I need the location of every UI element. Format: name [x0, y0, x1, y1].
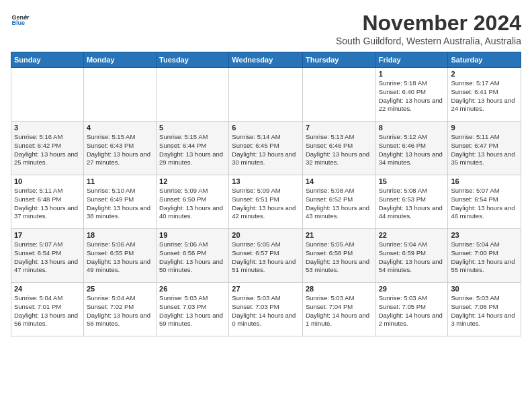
- calendar-week-row: 17Sunrise: 5:07 AM Sunset: 6:54 PM Dayli…: [11, 229, 521, 283]
- day-number: 3: [14, 124, 81, 132]
- day-number: 30: [451, 285, 518, 293]
- day-number: 26: [159, 285, 226, 293]
- calendar-day-cell: 16Sunrise: 5:07 AM Sunset: 6:54 PM Dayli…: [448, 175, 521, 229]
- calendar-day-cell: 6Sunrise: 5:14 AM Sunset: 6:45 PM Daylig…: [229, 122, 303, 175]
- calendar-day-cell: 2Sunrise: 5:17 AM Sunset: 6:41 PM Daylig…: [448, 68, 521, 122]
- calendar-day-cell: 29Sunrise: 5:03 AM Sunset: 7:05 PM Dayli…: [375, 283, 448, 336]
- day-info: Sunrise: 5:16 AM Sunset: 6:42 PM Dayligh…: [14, 133, 81, 167]
- calendar-day-cell: [302, 68, 375, 122]
- subtitle: South Guildford, Western Australia, Aust…: [336, 36, 521, 46]
- calendar-day-cell: 19Sunrise: 5:06 AM Sunset: 6:56 PM Dayli…: [157, 229, 229, 283]
- calendar-table: SundayMondayTuesdayWednesdayThursdayFrid…: [11, 52, 521, 336]
- calendar-day-cell: 11Sunrise: 5:10 AM Sunset: 6:49 PM Dayli…: [83, 175, 156, 229]
- day-info: Sunrise: 5:17 AM Sunset: 6:41 PM Dayligh…: [451, 79, 518, 113]
- day-number: 25: [87, 285, 153, 293]
- calendar-day-cell: 3Sunrise: 5:16 AM Sunset: 6:42 PM Daylig…: [11, 122, 84, 175]
- day-info: Sunrise: 5:12 AM Sunset: 6:46 PM Dayligh…: [379, 133, 445, 167]
- calendar-week-row: 1Sunrise: 5:18 AM Sunset: 6:40 PM Daylig…: [11, 68, 521, 122]
- day-info: Sunrise: 5:15 AM Sunset: 6:44 PM Dayligh…: [159, 133, 226, 167]
- day-info: Sunrise: 5:03 AM Sunset: 7:03 PM Dayligh…: [232, 294, 300, 328]
- day-number: 9: [451, 124, 518, 132]
- day-info: Sunrise: 5:07 AM Sunset: 6:54 PM Dayligh…: [14, 240, 81, 275]
- day-number: 18: [87, 231, 153, 239]
- day-info: Sunrise: 5:15 AM Sunset: 6:43 PM Dayligh…: [87, 133, 153, 167]
- calendar-day-cell: 25Sunrise: 5:04 AM Sunset: 7:02 PM Dayli…: [83, 283, 156, 336]
- calendar-header-row: SundayMondayTuesdayWednesdayThursdayFrid…: [11, 52, 521, 68]
- day-number: 21: [306, 231, 373, 239]
- calendar-day-cell: 27Sunrise: 5:03 AM Sunset: 7:03 PM Dayli…: [229, 283, 303, 336]
- logo-icon: General Blue: [11, 11, 30, 30]
- calendar-day-cell: 5Sunrise: 5:15 AM Sunset: 6:44 PM Daylig…: [157, 122, 229, 175]
- day-number: 24: [14, 285, 81, 293]
- day-number: 23: [451, 231, 518, 239]
- day-number: 29: [379, 285, 445, 293]
- calendar-day-cell: [83, 68, 156, 122]
- day-info: Sunrise: 5:09 AM Sunset: 6:51 PM Dayligh…: [232, 187, 300, 221]
- day-info: Sunrise: 5:07 AM Sunset: 6:54 PM Dayligh…: [451, 187, 518, 221]
- day-number: 12: [159, 177, 226, 185]
- day-number: 11: [87, 177, 153, 185]
- day-info: Sunrise: 5:10 AM Sunset: 6:49 PM Dayligh…: [87, 187, 153, 221]
- day-info: Sunrise: 5:08 AM Sunset: 6:53 PM Dayligh…: [379, 187, 445, 221]
- calendar-day-cell: [11, 68, 84, 122]
- calendar-day-cell: 17Sunrise: 5:07 AM Sunset: 6:54 PM Dayli…: [11, 229, 84, 283]
- calendar-day-cell: [157, 68, 229, 122]
- month-title: November 2024: [336, 11, 521, 36]
- day-number: 14: [306, 177, 373, 185]
- calendar-day-cell: 20Sunrise: 5:05 AM Sunset: 6:57 PM Dayli…: [229, 229, 303, 283]
- day-info: Sunrise: 5:11 AM Sunset: 6:47 PM Dayligh…: [451, 133, 518, 167]
- day-info: Sunrise: 5:04 AM Sunset: 7:02 PM Dayligh…: [87, 294, 153, 328]
- calendar-day-cell: 30Sunrise: 5:03 AM Sunset: 7:06 PM Dayli…: [448, 283, 521, 336]
- day-number: 6: [232, 124, 300, 132]
- day-info: Sunrise: 5:05 AM Sunset: 6:57 PM Dayligh…: [232, 240, 300, 275]
- day-number: 22: [379, 231, 445, 239]
- logo: General Blue: [11, 11, 30, 30]
- day-info: Sunrise: 5:08 AM Sunset: 6:52 PM Dayligh…: [306, 187, 373, 221]
- calendar-week-row: 3Sunrise: 5:16 AM Sunset: 6:42 PM Daylig…: [11, 122, 521, 175]
- calendar-day-cell: 4Sunrise: 5:15 AM Sunset: 6:43 PM Daylig…: [83, 122, 156, 175]
- day-info: Sunrise: 5:14 AM Sunset: 6:45 PM Dayligh…: [232, 133, 300, 167]
- calendar-day-cell: 12Sunrise: 5:09 AM Sunset: 6:50 PM Dayli…: [157, 175, 229, 229]
- calendar-header-cell: Monday: [83, 52, 156, 68]
- day-number: 17: [14, 231, 81, 239]
- calendar-day-cell: 26Sunrise: 5:03 AM Sunset: 7:03 PM Dayli…: [157, 283, 229, 336]
- calendar-day-cell: 23Sunrise: 5:04 AM Sunset: 7:00 PM Dayli…: [448, 229, 521, 283]
- day-number: 28: [306, 285, 373, 293]
- calendar-day-cell: 10Sunrise: 5:11 AM Sunset: 6:48 PM Dayli…: [11, 175, 84, 229]
- day-info: Sunrise: 5:13 AM Sunset: 6:46 PM Dayligh…: [306, 133, 373, 167]
- day-number: 16: [451, 177, 518, 185]
- calendar-header-cell: Sunday: [11, 52, 84, 68]
- day-number: 19: [159, 231, 226, 239]
- calendar-day-cell: 22Sunrise: 5:04 AM Sunset: 6:59 PM Dayli…: [375, 229, 448, 283]
- day-number: 7: [306, 124, 373, 132]
- day-info: Sunrise: 5:03 AM Sunset: 7:06 PM Dayligh…: [451, 294, 518, 328]
- calendar-day-cell: 24Sunrise: 5:04 AM Sunset: 7:01 PM Dayli…: [11, 283, 84, 336]
- day-number: 5: [159, 124, 226, 132]
- calendar-day-cell: 1Sunrise: 5:18 AM Sunset: 6:40 PM Daylig…: [375, 68, 448, 122]
- title-area: November 2024 South Guildford, Western A…: [336, 11, 521, 46]
- calendar-header-cell: Saturday: [448, 52, 521, 68]
- day-info: Sunrise: 5:04 AM Sunset: 6:59 PM Dayligh…: [379, 240, 445, 275]
- calendar-day-cell: 14Sunrise: 5:08 AM Sunset: 6:52 PM Dayli…: [302, 175, 375, 229]
- calendar-header-cell: Thursday: [302, 52, 375, 68]
- calendar-body: 1Sunrise: 5:18 AM Sunset: 6:40 PM Daylig…: [11, 68, 521, 336]
- day-number: 20: [232, 231, 300, 239]
- day-number: 13: [232, 177, 300, 185]
- day-info: Sunrise: 5:04 AM Sunset: 7:01 PM Dayligh…: [14, 294, 81, 328]
- calendar-day-cell: 13Sunrise: 5:09 AM Sunset: 6:51 PM Dayli…: [229, 175, 303, 229]
- calendar-day-cell: 8Sunrise: 5:12 AM Sunset: 6:46 PM Daylig…: [375, 122, 448, 175]
- day-number: 2: [451, 70, 518, 78]
- calendar-day-cell: 15Sunrise: 5:08 AM Sunset: 6:53 PM Dayli…: [375, 175, 448, 229]
- calendar-day-cell: 28Sunrise: 5:03 AM Sunset: 7:04 PM Dayli…: [302, 283, 375, 336]
- day-info: Sunrise: 5:03 AM Sunset: 7:03 PM Dayligh…: [159, 294, 226, 328]
- calendar-header-cell: Wednesday: [229, 52, 303, 68]
- day-number: 10: [14, 177, 81, 185]
- calendar-header-cell: Friday: [375, 52, 448, 68]
- day-number: 15: [379, 177, 445, 185]
- svg-text:Blue: Blue: [11, 19, 25, 26]
- day-info: Sunrise: 5:06 AM Sunset: 6:56 PM Dayligh…: [159, 240, 226, 275]
- day-info: Sunrise: 5:05 AM Sunset: 6:58 PM Dayligh…: [306, 240, 373, 275]
- calendar-week-row: 24Sunrise: 5:04 AM Sunset: 7:01 PM Dayli…: [11, 283, 521, 336]
- day-info: Sunrise: 5:18 AM Sunset: 6:40 PM Dayligh…: [379, 79, 445, 113]
- day-number: 27: [232, 285, 300, 293]
